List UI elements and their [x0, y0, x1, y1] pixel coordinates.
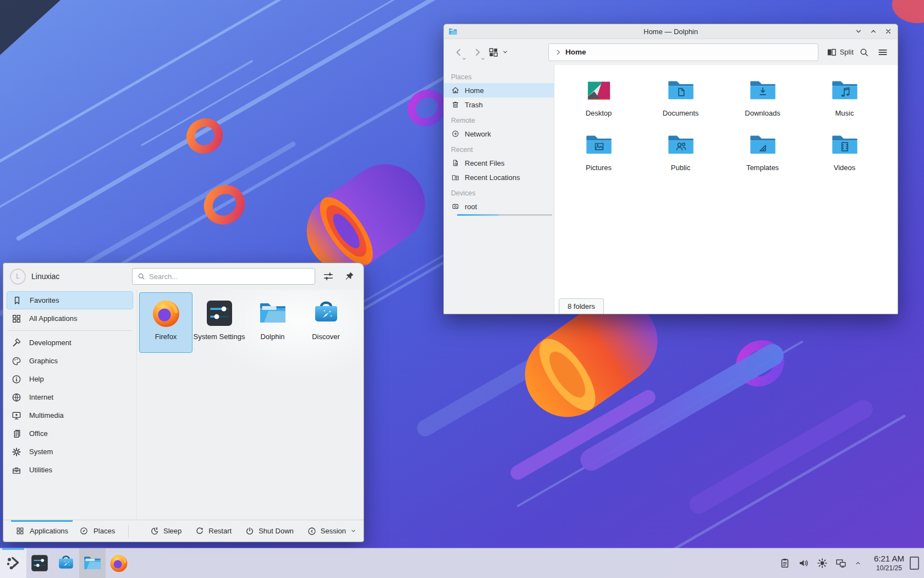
- home-icon: [451, 86, 460, 95]
- split-view-icon: [826, 47, 837, 58]
- favorite-label: System Settings: [194, 332, 245, 341]
- favorite-firefox[interactable]: Firefox: [139, 292, 193, 353]
- multimedia-icon: [11, 410, 22, 421]
- folder-item-documents[interactable]: Documents: [640, 70, 722, 125]
- folder-item-downloads[interactable]: Downloads: [722, 70, 804, 125]
- forward-button[interactable]: [469, 43, 486, 61]
- sidebar-item-multimedia[interactable]: Multimedia: [7, 406, 133, 424]
- folder-item-label: Templates: [746, 163, 779, 172]
- back-history-caret-icon: [461, 56, 467, 62]
- sidebar-item-graphics[interactable]: Graphics: [7, 352, 133, 370]
- disk-usage-fill: [457, 214, 499, 216]
- folder-item-videos[interactable]: Videos: [804, 125, 886, 179]
- places-section-devices: Devices: [444, 184, 554, 199]
- places-section-remote: Remote: [444, 112, 554, 127]
- action-shut-down[interactable]: Shut Down: [245, 526, 294, 536]
- sidebar-item-development[interactable]: Development: [7, 334, 133, 352]
- favorite-dolphin[interactable]: Dolphin: [246, 292, 299, 353]
- chevron-up-icon: [869, 27, 878, 36]
- task-discover[interactable]: [53, 548, 79, 578]
- places-item-recent-files[interactable]: Recent Files: [444, 156, 554, 170]
- sidebar-item-help[interactable]: Help: [7, 370, 133, 388]
- tray-brightness[interactable]: [815, 555, 830, 571]
- tray-expand-tray[interactable]: [852, 557, 864, 569]
- tray-displays[interactable]: [833, 555, 849, 571]
- action-sleep[interactable]: Sleep: [150, 526, 182, 536]
- forward-history-caret-icon: [480, 56, 486, 62]
- task-firefox[interactable]: [106, 548, 132, 578]
- places-section-places: Places: [444, 68, 554, 83]
- places-item-home[interactable]: Home: [444, 83, 554, 97]
- sidebar-item-office[interactable]: Office: [7, 424, 133, 443]
- sidebar-item-label: Office: [29, 429, 48, 438]
- folder-item-templates[interactable]: Templates: [722, 125, 804, 179]
- view-mode-button[interactable]: [488, 43, 509, 61]
- dolphin-toolbar: Home Split: [444, 39, 898, 65]
- close-button[interactable]: [883, 26, 893, 36]
- avatar[interactable]: L: [10, 269, 26, 285]
- action-restart[interactable]: Restart: [195, 526, 232, 536]
- folder-item-desktop[interactable]: Desktop: [558, 70, 640, 125]
- task-dolphin[interactable]: [79, 548, 106, 578]
- sidebar-item-utilities[interactable]: Utilities: [7, 461, 133, 479]
- dolphin-titlebar[interactable]: Home — Dolphin: [444, 24, 898, 39]
- footer-tab-places[interactable]: Places: [74, 520, 120, 542]
- sidebar-item-internet[interactable]: Internet: [7, 388, 133, 406]
- folder-item-pictures[interactable]: Pictures: [558, 125, 640, 179]
- window-title: Home — Dolphin: [444, 28, 898, 36]
- split-button[interactable]: Split: [826, 43, 854, 61]
- firefox-icon: [109, 553, 129, 573]
- disk-usage-bar: [457, 214, 552, 216]
- breadcrumb-home[interactable]: Home: [565, 48, 586, 56]
- search-input[interactable]: [149, 272, 310, 281]
- tray-clipboard[interactable]: [777, 555, 793, 571]
- maximize-button[interactable]: [868, 26, 878, 36]
- sidebar-item-all-applications[interactable]: All Applications: [7, 309, 133, 328]
- task-kickoff[interactable]: [0, 548, 26, 578]
- task-system-settings[interactable]: [26, 548, 53, 578]
- action-label: Sleep: [163, 527, 182, 535]
- configure-button[interactable]: [321, 269, 336, 284]
- digital-clock[interactable]: 6:21 AM 10/21/25: [874, 554, 904, 572]
- dolphin-window-icon: [448, 27, 458, 36]
- sleep-icon: [150, 526, 160, 536]
- search-button[interactable]: [856, 43, 872, 61]
- tray-volume[interactable]: [796, 555, 811, 571]
- minimize-button[interactable]: [854, 26, 864, 36]
- launcher-sidebar: FavoritesAll ApplicationsDevelopmentGrap…: [3, 290, 137, 520]
- footer-tab-applications[interactable]: Applications: [10, 520, 74, 542]
- pin-button[interactable]: [342, 269, 357, 284]
- favorite-discover[interactable]: Discover: [299, 292, 353, 353]
- recent-files-icon: [451, 159, 460, 167]
- search-icon: [859, 47, 870, 58]
- chevron-up-icon: [854, 559, 862, 567]
- session-icon: [307, 526, 317, 536]
- show-desktop-button[interactable]: [910, 557, 919, 570]
- folder-item-music[interactable]: Music: [804, 70, 886, 125]
- favorite-system-settings[interactable]: System Settings: [193, 292, 246, 353]
- footer-tab-label: Places: [94, 527, 115, 535]
- places-item-network[interactable]: Network: [444, 127, 554, 141]
- utilities-icon: [11, 465, 22, 476]
- sidebar-item-system[interactable]: System: [7, 443, 133, 461]
- search-box: [132, 268, 315, 285]
- sidebar-item-favorites[interactable]: Favorites: [7, 291, 133, 309]
- action-session[interactable]: Session: [307, 526, 357, 536]
- sidebar-item-label: Utilities: [29, 466, 52, 474]
- pin-icon: [343, 270, 355, 282]
- places-item-recent-locations[interactable]: Recent Locations: [444, 170, 554, 184]
- places-item-root[interactable]: root: [444, 199, 554, 214]
- development-icon: [11, 337, 22, 348]
- location-bar[interactable]: Home: [548, 43, 818, 61]
- folder-view[interactable]: DesktopDocumentsDownloadsMusicPicturesPu…: [554, 65, 898, 314]
- hamburger-menu-button[interactable]: [875, 43, 891, 61]
- folder-item-public[interactable]: Public: [640, 125, 722, 179]
- back-button[interactable]: [450, 43, 467, 61]
- harddisk-icon: [451, 202, 460, 211]
- application-launcher: L Linuxiac FavoritesAll ApplicationsDeve…: [3, 263, 364, 542]
- taskbar: 6:21 AM 10/21/25: [0, 548, 924, 578]
- system-settings-icon: [30, 553, 50, 573]
- sidebar-item-label: System: [29, 448, 53, 456]
- places-item-trash[interactable]: Trash: [444, 97, 554, 112]
- folder-item-label: Videos: [834, 163, 856, 172]
